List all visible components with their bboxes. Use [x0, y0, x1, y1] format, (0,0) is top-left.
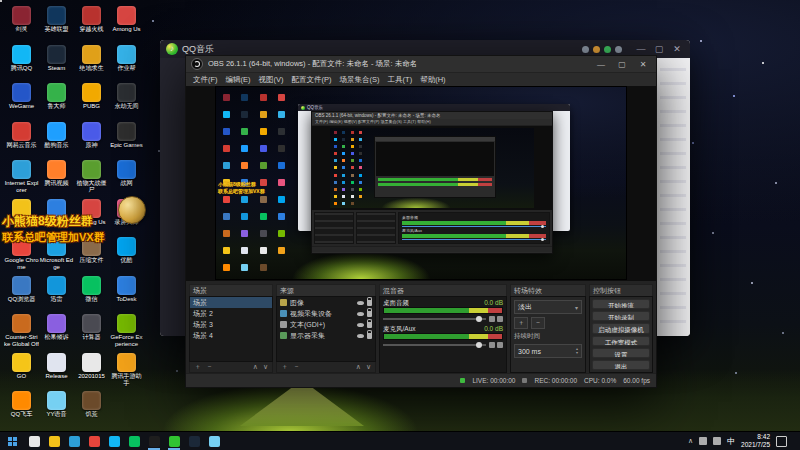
- desktop-icon[interactable]: Epic Games: [109, 120, 144, 159]
- desktop-icon[interactable]: 酷狗音乐: [39, 120, 74, 159]
- add-source-button[interactable]: ＋: [281, 362, 288, 372]
- qq-titlebar-icon[interactable]: [593, 46, 600, 53]
- desktop-icon[interactable]: Release: [39, 351, 74, 390]
- control-button[interactable]: 退出: [592, 360, 650, 370]
- scene-row[interactable]: 场景: [190, 297, 272, 308]
- desktop-icon[interactable]: 优酷: [109, 235, 144, 274]
- obs-menu-item[interactable]: 视图(V): [256, 75, 287, 85]
- taskbar-app-search[interactable]: [24, 432, 44, 450]
- controls-dock-title[interactable]: 控制按钮: [589, 284, 653, 296]
- taskbar-app-obs[interactable]: [144, 432, 164, 450]
- start-button[interactable]: [0, 432, 24, 450]
- desktop-icon[interactable]: 作业帮: [109, 43, 144, 82]
- desktop-icon[interactable]: 剑灵: [4, 4, 39, 43]
- remove-source-button[interactable]: －: [293, 362, 300, 372]
- desktop-icon[interactable]: QQ飞车: [4, 389, 39, 428]
- desktop-icon[interactable]: 腾讯视频: [39, 158, 74, 197]
- obs-titlebar[interactable]: OBS 26.1.1 (64-bit, windows) - 配置文件: 未命名…: [186, 56, 656, 73]
- volume-icon[interactable]: [713, 437, 721, 445]
- desktop-icon[interactable]: 原神: [74, 120, 109, 159]
- taskbar-app-chrome[interactable]: [84, 432, 104, 450]
- desktop-icon[interactable]: Among Us: [74, 197, 109, 236]
- source-row[interactable]: 视频采集设备: [277, 308, 375, 319]
- desktop-icon[interactable]: 微信: [74, 274, 109, 313]
- desktop-icon[interactable]: QQ浏览器: [4, 274, 39, 313]
- taskbar-app-file-explorer[interactable]: [44, 432, 64, 450]
- lock-icon[interactable]: [367, 300, 372, 306]
- scenes-dock-title[interactable]: 场景: [189, 284, 273, 296]
- visibility-icon[interactable]: [357, 323, 364, 327]
- taskbar-app-wechat[interactable]: [124, 432, 144, 450]
- taskbar-app-qq[interactable]: [104, 432, 124, 450]
- desktop-icon[interactable]: ToDesk: [109, 274, 144, 313]
- desktop-icon[interactable]: 网易云音乐: [4, 120, 39, 159]
- volume-slider-handle[interactable]: [476, 342, 482, 348]
- tray-chevron-icon[interactable]: ∧: [688, 437, 693, 445]
- remove-transition-button[interactable]: －: [531, 317, 545, 329]
- sources-dock-title[interactable]: 来源: [276, 284, 376, 296]
- desktop-icon[interactable]: 百度网盘: [39, 197, 74, 236]
- desktop-icon[interactable]: 英雄联盟: [39, 4, 74, 43]
- desktop-icon[interactable]: Steam: [39, 43, 74, 82]
- qqmusic-maximize-button[interactable]: ▢: [652, 44, 666, 54]
- obs-close-button[interactable]: ✕: [635, 60, 651, 69]
- control-button[interactable]: 启动虚拟摄像机: [592, 323, 650, 333]
- desktop-icon[interactable]: 鲁大师: [39, 81, 74, 120]
- lock-icon[interactable]: [367, 333, 372, 339]
- obs-maximize-button[interactable]: ▢: [614, 60, 630, 69]
- obs-minimize-button[interactable]: —: [593, 60, 609, 69]
- obs-menu-item[interactable]: 帮助(H): [417, 75, 448, 85]
- desktop-icon[interactable]: 战网: [109, 158, 144, 197]
- scene-down-button[interactable]: ∨: [263, 362, 268, 372]
- desktop-icon[interactable]: PUBG: [74, 81, 109, 120]
- lock-icon[interactable]: [367, 311, 372, 317]
- control-button[interactable]: 开始录制: [592, 311, 650, 321]
- desktop-icon[interactable]: 绝地求生: [74, 43, 109, 82]
- taskbar-app-yy[interactable]: [204, 432, 224, 450]
- obs-window[interactable]: OBS 26.1.1 (64-bit, windows) - 配置文件: 未命名…: [185, 55, 657, 388]
- volume-slider[interactable]: [383, 344, 486, 346]
- desktop-icon[interactable]: 植物大战僵尸: [74, 158, 109, 197]
- desktop-icon[interactable]: 压缩文件: [74, 235, 109, 274]
- taskbar-app-edge[interactable]: [64, 432, 84, 450]
- add-transition-button[interactable]: ＋: [514, 317, 528, 329]
- obs-menu-item[interactable]: 配置文件(P): [289, 75, 335, 85]
- desktop-icon[interactable]: Among Us: [109, 4, 144, 43]
- qqmusic-close-button[interactable]: ✕: [670, 44, 684, 54]
- transition-select[interactable]: 淡出 ▾: [514, 300, 582, 314]
- source-row[interactable]: 文本(GDI+): [277, 319, 375, 330]
- visibility-icon[interactable]: [357, 301, 364, 305]
- source-row[interactable]: 显示器采集: [277, 330, 375, 341]
- obs-menu-item[interactable]: 编辑(E): [223, 75, 254, 85]
- qqmusic-minimize-button[interactable]: —: [634, 44, 648, 54]
- obs-menu-item[interactable]: 工具(T): [385, 75, 416, 85]
- transitions-dock-title[interactable]: 转场特效: [510, 284, 586, 296]
- scene-row[interactable]: 场景 2: [190, 308, 272, 319]
- mute-icon[interactable]: [489, 342, 495, 348]
- desktop-icon[interactable]: 腾讯手游助手: [109, 351, 144, 390]
- clock[interactable]: 8:42 2021/7/25: [741, 433, 770, 449]
- add-scene-button[interactable]: ＋: [194, 362, 201, 372]
- source-up-button[interactable]: ∧: [356, 362, 361, 372]
- desktop-icon[interactable]: Internet Explorer: [4, 158, 39, 197]
- mute-icon[interactable]: [489, 316, 495, 322]
- desktop-icon[interactable]: 20201015: [74, 351, 109, 390]
- volume-slider-handle[interactable]: [476, 316, 482, 322]
- control-button[interactable]: 设置: [592, 348, 650, 358]
- desktop-icon[interactable]: 穿越火线: [74, 4, 109, 43]
- control-button[interactable]: 工作室模式: [592, 336, 650, 346]
- source-row[interactable]: 图像: [277, 297, 375, 308]
- desktop-icon[interactable]: YY语音: [39, 389, 74, 428]
- scene-row[interactable]: 场景 3: [190, 319, 272, 330]
- obs-menu-item[interactable]: 场景集合(S): [337, 75, 383, 85]
- desktop-icon[interactable]: Microsoft Edge: [39, 235, 74, 274]
- network-icon[interactable]: [699, 437, 707, 445]
- action-center-icon[interactable]: [776, 436, 787, 447]
- desktop-icon[interactable]: 饥荒: [74, 389, 109, 428]
- desktop-icon[interactable]: 迅雷: [39, 274, 74, 313]
- desktop-icon[interactable]: 计算器: [74, 312, 109, 351]
- qq-titlebar-icon[interactable]: [582, 46, 589, 53]
- visibility-icon[interactable]: [357, 312, 364, 316]
- desktop-icon[interactable]: Google Chrome: [4, 235, 39, 274]
- obs-preview-canvas[interactable]: 小熊猫8级粉丝群 联系总吧管理加VX群 QQ音乐 OBS 26.1.1 (64-…: [186, 86, 656, 281]
